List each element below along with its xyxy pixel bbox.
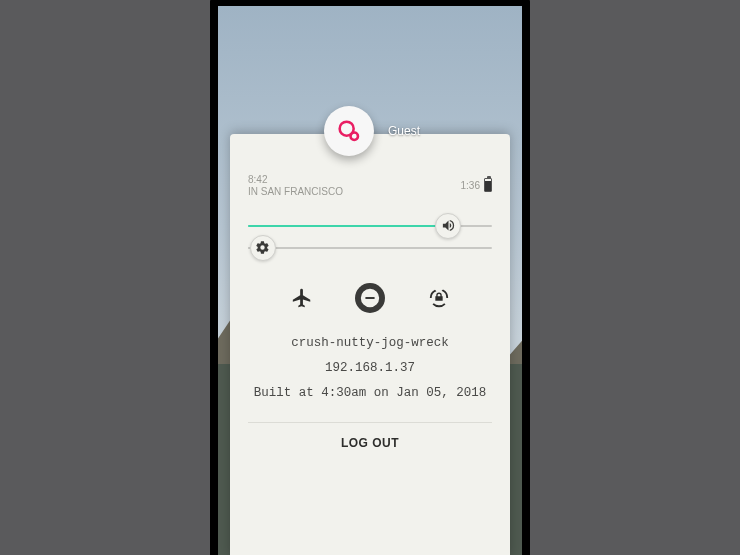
- volume-track[interactable]: [248, 225, 492, 227]
- volume-knob[interactable]: [435, 213, 461, 239]
- status-secondary-time: 1:36: [461, 180, 480, 191]
- hostname: crush-nutty-jog-wreck: [248, 331, 492, 356]
- quick-settings-panel: 8:42 IN SAN FRANCISCO 1:36: [230, 134, 510, 556]
- system-info: crush-nutty-jog-wreck 192.168.1.37 Built…: [248, 331, 492, 422]
- phone-screen: Guest 8:42 IN SAN FRANCISCO 1:36: [218, 6, 522, 556]
- ip-address: 192.168.1.37: [248, 356, 492, 381]
- avatar[interactable]: [324, 106, 374, 156]
- build-string: Built at 4:30am on Jan 05, 2018: [248, 381, 492, 406]
- toggle-row: [248, 269, 492, 331]
- brightness-slider[interactable]: [248, 247, 492, 249]
- user-label: Guest: [388, 124, 420, 138]
- svg-point-1: [351, 132, 358, 139]
- battery-icon: [484, 178, 492, 192]
- volume-fill: [248, 225, 448, 227]
- do-not-disturb-toggle[interactable]: [355, 283, 385, 313]
- volume-slider[interactable]: [248, 225, 492, 227]
- logout-button[interactable]: LOG OUT: [248, 422, 492, 463]
- rotation-lock-toggle[interactable]: [424, 283, 454, 313]
- fuchsia-logo-icon: [335, 117, 363, 145]
- rotation-lock-icon: [428, 287, 450, 309]
- user-chip[interactable]: Guest: [324, 106, 416, 156]
- minus-circle-icon: [359, 287, 381, 309]
- phone-frame: Guest 8:42 IN SAN FRANCISCO 1:36: [210, 0, 530, 555]
- airplane-icon: [291, 287, 313, 309]
- volume-icon: [441, 218, 456, 233]
- brightness-track[interactable]: [248, 247, 492, 249]
- status-row: 8:42 IN SAN FRANCISCO 1:36: [248, 174, 492, 197]
- brightness-knob[interactable]: [250, 235, 276, 261]
- status-location: IN SAN FRANCISCO: [248, 186, 343, 197]
- status-time: 8:42: [248, 174, 343, 185]
- gear-icon: [255, 240, 270, 255]
- airplane-toggle[interactable]: [287, 283, 317, 313]
